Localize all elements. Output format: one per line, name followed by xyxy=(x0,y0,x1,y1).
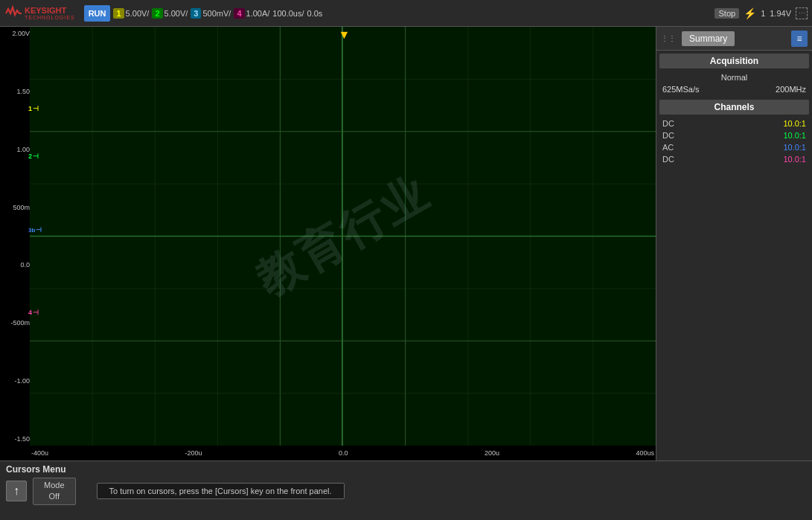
trigger-icon: ⚡ xyxy=(744,7,756,19)
y-axis-label: -1.50 xyxy=(1,435,30,443)
ch4-marker: 4⊣ xyxy=(28,309,39,316)
ch4-button[interactable]: 4 xyxy=(234,8,244,19)
cursor-mode-button[interactable]: Mode Off xyxy=(33,478,76,505)
cursor-info-text: To turn on cursors, press the [Cursors] … xyxy=(97,483,345,499)
channel-row: AC 10.0:1 xyxy=(659,141,809,153)
x-axis-label: -400u xyxy=(31,449,48,457)
panel-menu-dots: ⋮⋮ xyxy=(661,34,676,42)
acq-rate: 625MSa/s xyxy=(662,85,700,94)
grid-svg xyxy=(30,27,656,446)
scope-display: 2.00V1.501.00500m0.0-500m-1.00-1.50 xyxy=(0,27,656,460)
delay-value: 0.0s xyxy=(307,9,323,18)
y-axis-label: 1.50 xyxy=(1,88,30,95)
panel-content: Acquisition Normal 625MSa/s 200MHz Chann… xyxy=(656,51,812,460)
run-button[interactable]: RUN xyxy=(84,5,111,22)
trigger-settings-icon[interactable]: ⋯ xyxy=(796,7,808,19)
ch-ratio: 10.0:1 xyxy=(783,143,806,152)
ch-coupling: AC xyxy=(662,143,674,152)
panel-tabs: ⋮⋮ Summary ≡ xyxy=(656,27,812,51)
y-axis-label: -1.00 xyxy=(1,377,30,385)
channels-title: Channels xyxy=(659,100,809,115)
ch2-button[interactable]: 2 xyxy=(152,8,162,19)
ch2-value: 5.00V/ xyxy=(164,9,188,18)
ch-coupling: DC xyxy=(662,155,674,164)
keysight-logo-icon xyxy=(4,4,22,22)
ch-ratio: 10.0:1 xyxy=(783,155,806,164)
cursors-controls: ↑ Mode Off To turn on cursors, press the… xyxy=(0,476,812,507)
acq-mode: Normal xyxy=(659,71,809,83)
ch1-group: 1 5.00V/ xyxy=(113,8,149,19)
ch3-marker: 3b⊣ xyxy=(28,226,42,234)
ch-ratio: 10.0:1 xyxy=(783,119,806,128)
cursors-menu-label: Cursors Menu xyxy=(0,461,812,476)
ch2-group: 2 5.00V/ xyxy=(152,8,188,19)
ch-coupling: DC xyxy=(662,131,674,140)
trigger-ch: 1 xyxy=(761,9,765,18)
stop-badge: Stop xyxy=(715,8,739,19)
y-axis-label: -500m xyxy=(1,319,30,327)
trigger-arrow-icon: ▼ xyxy=(339,28,351,42)
acquisition-title: Acquisition xyxy=(659,54,809,68)
ch-coupling: DC xyxy=(662,119,674,128)
ch4-value: 1.00A/ xyxy=(246,9,270,18)
ch-ratio: 10.0:1 xyxy=(783,131,806,140)
y-axis-label: 1.00 xyxy=(1,146,30,153)
y-axis-label: 2.00V xyxy=(1,30,30,37)
x-axis-label: 400us xyxy=(636,449,654,457)
toolbar: KEYSIGHT TECHNOLOGIES RUN 1 5.00V/ 2 5.0… xyxy=(0,0,812,27)
trigger-area: Stop ⚡ 1 1.94V ⋯ xyxy=(715,7,808,19)
x-axis: -400u-200u0.0200u400us xyxy=(30,446,656,460)
ch2-marker: 2⊣ xyxy=(28,153,39,160)
y-axis-label: 0.0 xyxy=(1,261,30,269)
ch3-button[interactable]: 3 xyxy=(191,8,201,19)
acq-stats: 625MSa/s 200MHz xyxy=(659,83,809,95)
logo: KEYSIGHT TECHNOLOGIES xyxy=(4,4,75,22)
ch3-value: 500mV/ xyxy=(202,9,231,18)
ch3-group: 3 500mV/ xyxy=(191,8,231,19)
bottom-bar: Cursors Menu ↑ Mode Off To turn on curso… xyxy=(0,460,812,520)
x-axis-label: 0.0 xyxy=(339,449,348,457)
mode-line1: Mode xyxy=(44,480,65,491)
right-panel: ⋮⋮ Summary ≡ Acquisition Normal 625MSa/s… xyxy=(656,27,812,460)
x-axis-label: 200u xyxy=(485,449,499,457)
cursor-up-button[interactable]: ↑ xyxy=(6,481,27,501)
y-axis-label: 500m xyxy=(1,204,30,211)
panel-icon-button[interactable]: ≡ xyxy=(791,31,808,47)
mode-line2: Off xyxy=(44,491,65,502)
brand-sub: TECHNOLOGIES xyxy=(25,15,75,20)
ch1-value: 5.00V/ xyxy=(126,9,150,18)
channel-row: DC 10.0:1 xyxy=(659,118,809,129)
channel-row: DC 10.0:1 xyxy=(659,129,809,141)
ch4-group: 4 1.00A/ xyxy=(234,8,269,19)
timebase-value: 100.0us/ xyxy=(272,9,304,18)
y-axis: 2.00V1.501.00500m0.0-500m-1.00-1.50 xyxy=(1,27,30,446)
summary-tab[interactable]: Summary xyxy=(682,31,735,46)
ch1-button[interactable]: 1 xyxy=(113,8,124,19)
brand-name: KEYSIGHT xyxy=(25,6,75,15)
ch1-marker: 1⊣ xyxy=(28,105,39,112)
acq-bw: 200MHz xyxy=(776,85,806,94)
channel-row: DC 10.0:1 xyxy=(659,153,809,165)
trigger-val: 1.94V xyxy=(770,9,791,18)
main-area: 2.00V1.501.00500m0.0-500m-1.00-1.50 xyxy=(0,27,812,460)
x-axis-label: -200u xyxy=(185,449,202,457)
grid-area: ▼ 教育行业 xyxy=(30,27,656,446)
channels-list: DC 10.0:1 DC 10.0:1 AC 10.0:1 DC 10.0:1 xyxy=(659,118,809,165)
